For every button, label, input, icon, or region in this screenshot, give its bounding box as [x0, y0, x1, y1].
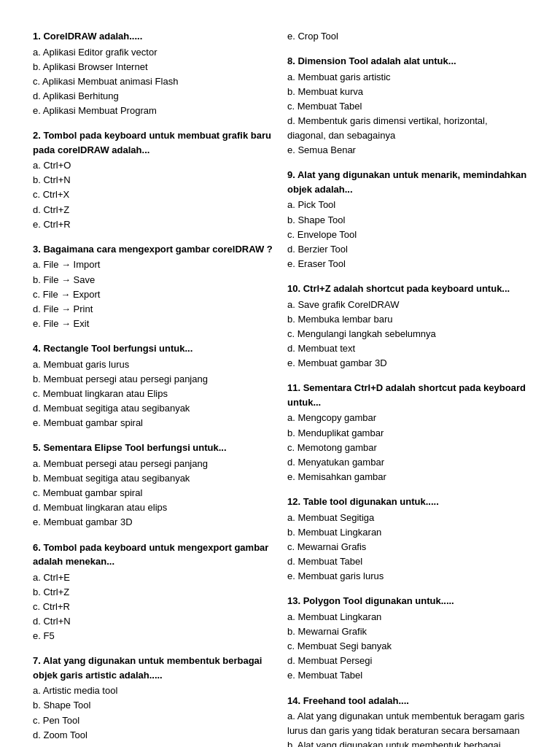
question-block-q9: 9. Alat yang digunakan untuk menarik, me… — [287, 168, 527, 271]
option-line-q14-0: a. Alat yang digunakan untuk membentuk b… — [287, 709, 527, 738]
question-text-q2: 2. Tombol pada keyboard untuk membuat gr… — [33, 128, 273, 157]
option-line-q4-3: d. Membuat segitiga atau segibanyak — [33, 401, 273, 416]
option-line-q9-3: d. Berzier Tool — [287, 242, 527, 257]
question-block-q5: 5. Sementara Elipse Tool berfungsi untuk… — [33, 441, 273, 530]
question-block-q7e: e. Crop Tool — [287, 29, 527, 44]
option-line-q4-1: b. Membuat persegi atau persegi panjang — [33, 372, 273, 387]
option-line-q3-4: e. File → Exit — [33, 317, 273, 331]
option-line-q12-2: c. Mewarnai Grafis — [287, 540, 527, 554]
question-text-q13: 13. Polygon Tool digunakan untuk..... — [287, 594, 527, 608]
option-line-q7-1: b. Shape Tool — [33, 698, 273, 713]
question-block-q4: 4. Rectangle Tool berfungsi untuk...a. M… — [33, 341, 273, 430]
option-line-q6-1: b. Ctrl+Z — [33, 585, 273, 600]
option-line-q3-3: d. File → Print — [33, 302, 273, 317]
option-line-q7e-0: e. Crop Tool — [287, 29, 527, 44]
question-text-q10: 10. Ctrl+Z adalah shortcut pada keyboard… — [287, 282, 527, 296]
option-line-q1-3: d. Aplikasi Berhitung — [33, 89, 273, 104]
question-block-q7: 7. Alat yang digunakan untuk membentuk b… — [33, 654, 273, 743]
option-line-q11-3: d. Menyatukan gambar — [287, 455, 527, 470]
option-line-q7-0: a. Artistic media tool — [33, 684, 273, 698]
option-line-q13-4: e. Membuat Tabel — [287, 668, 527, 683]
option-line-q12-4: e. Membuat garis lurus — [287, 569, 527, 584]
option-line-q4-4: e. Membuat gambar spiral — [33, 416, 273, 430]
question-text-q1: 1. CorelDRAW adalah..... — [33, 29, 273, 44]
option-line-q11-4: e. Memisahkan gambar — [287, 470, 527, 484]
question-text-q12: 12. Table tool digunakan untuk..... — [287, 495, 527, 509]
option-line-q4-0: a. Membuat garis lurus — [33, 357, 273, 372]
option-line-q2-0: a. Ctrl+O — [33, 158, 273, 173]
question-block-q8: 8. Dimension Tool adalah alat untuk...a.… — [287, 54, 527, 158]
option-line-q8-2: c. Membuat Tabel — [287, 99, 527, 114]
option-line-q13-0: a. Membuat Lingkaran — [287, 610, 527, 624]
option-line-q8-4: e. Semua Benar — [287, 143, 527, 158]
option-line-q5-2: c. Membuat gambar spiral — [33, 486, 273, 500]
option-line-q9-0: a. Pick Tool — [287, 198, 527, 212]
option-line-q11-1: b. Menduplikat gambar — [287, 426, 527, 441]
option-line-q9-2: c. Envelope Tool — [287, 228, 527, 242]
option-line-q2-3: d. Ctrl+Z — [33, 203, 273, 217]
option-line-q7-3: d. Zoom Tool — [33, 728, 273, 743]
option-line-q3-1: b. File → Save — [33, 273, 273, 287]
option-line-q12-0: a. Membuat Segitiga — [287, 511, 527, 525]
question-block-q12: 12. Table tool digunakan untuk.....a. Me… — [287, 495, 527, 584]
option-line-q10-2: c. Mengulangi langkah sebelumnya — [287, 327, 527, 341]
right-column: e. Crop Tool8. Dimension Tool adalah ala… — [287, 29, 527, 747]
question-block-q11: 11. Sementara Ctrl+D adalah shortcut pad… — [287, 381, 527, 484]
option-line-q12-1: b. Membuat Lingkaran — [287, 525, 527, 540]
option-line-q2-4: e. Ctrl+R — [33, 217, 273, 232]
option-line-q10-0: a. Save grafik CorelDRAW — [287, 298, 527, 312]
option-line-q11-0: a. Mengcopy gambar — [287, 411, 527, 425]
option-line-q12-3: d. Membuat Tabel — [287, 554, 527, 569]
question-text-q6: 6. Tombol pada keyboard untuk mengexport… — [33, 541, 273, 569]
option-line-q10-3: d. Membuat text — [287, 341, 527, 356]
option-line-q11-2: c. Memotong gambar — [287, 441, 527, 455]
option-line-q13-2: c. Membuat Segi banyak — [287, 639, 527, 654]
option-line-q2-2: c. Ctrl+X — [33, 187, 273, 202]
question-block-q1: 1. CorelDRAW adalah.....a. Aplikasi Edit… — [33, 29, 273, 118]
question-text-q9: 9. Alat yang digunakan untuk menarik, me… — [287, 168, 527, 196]
question-block-q13: 13. Polygon Tool digunakan untuk.....a. … — [287, 594, 527, 683]
option-line-q8-0: a. Membuat garis artistic — [287, 70, 527, 85]
option-line-q3-0: a. File → Import — [33, 258, 273, 272]
option-line-q5-1: b. Membuat segitiga atau segibanyak — [33, 471, 273, 486]
question-text-q14: 14. Freehand tool adalah.... — [287, 694, 527, 708]
question-block-q14: 14. Freehand tool adalah....a. Alat yang… — [287, 694, 527, 748]
option-line-q7-2: c. Pen Tool — [33, 713, 273, 728]
option-line-q13-1: b. Mewarnai Grafik — [287, 624, 527, 639]
option-line-q8-1: b. Membuat kurva — [287, 85, 527, 99]
option-line-q8-3: d. Membentuk garis dimensi vertikal, hor… — [287, 114, 527, 143]
option-line-q1-4: e. Aplikasi Membuat Program — [33, 104, 273, 118]
option-line-q6-2: c. Ctrl+R — [33, 600, 273, 614]
question-text-q3: 3. Bagaimana cara mengexport gambar core… — [33, 242, 273, 257]
option-line-q4-2: c. Membuat lingkaran atau Elips — [33, 387, 273, 401]
main-content: 1. CorelDRAW adalah.....a. Aplikasi Edit… — [33, 29, 527, 747]
option-line-q10-4: e. Membuat gambar 3D — [287, 356, 527, 371]
option-line-q1-1: b. Aplikasi Browser Internet — [33, 60, 273, 74]
option-line-q9-4: e. Eraser Tool — [287, 257, 527, 271]
option-line-q14-1: b. Alat yang digunakan untuk membentuk b… — [287, 738, 527, 747]
option-line-q5-0: a. Membuat persegi atau persegi panjang — [33, 457, 273, 471]
option-line-q5-4: e. Membuat gambar 3D — [33, 515, 273, 530]
option-line-q13-3: d. Membuat Persegi — [287, 654, 527, 668]
question-block-q6: 6. Tombol pada keyboard untuk mengexport… — [33, 541, 273, 644]
option-line-q6-3: d. Ctrl+N — [33, 614, 273, 629]
option-line-q2-1: b. Ctrl+N — [33, 173, 273, 187]
option-line-q9-1: b. Shape Tool — [287, 213, 527, 228]
option-line-q10-1: b. Membuka lembar baru — [287, 312, 527, 327]
question-block-q2: 2. Tombol pada keyboard untuk membuat gr… — [33, 128, 273, 232]
question-block-q10: 10. Ctrl+Z adalah shortcut pada keyboard… — [287, 282, 527, 371]
option-line-q6-4: e. F5 — [33, 629, 273, 643]
option-line-q1-0: a. Aplikasi Editor grafik vector — [33, 45, 273, 60]
question-text-q11: 11. Sementara Ctrl+D adalah shortcut pad… — [287, 381, 527, 409]
option-line-q5-3: d. Membuat lingkaran atau elips — [33, 500, 273, 515]
question-text-q5: 5. Sementara Elipse Tool berfungsi untuk… — [33, 441, 273, 455]
left-column: 1. CorelDRAW adalah.....a. Aplikasi Edit… — [33, 29, 273, 747]
option-line-q3-2: c. File → Export — [33, 287, 273, 302]
question-text-q4: 4. Rectangle Tool berfungsi untuk... — [33, 341, 273, 356]
question-block-q3: 3. Bagaimana cara mengexport gambar core… — [33, 242, 273, 331]
option-line-q6-0: a. Ctrl+E — [33, 570, 273, 585]
question-text-q8: 8. Dimension Tool adalah alat untuk... — [287, 54, 527, 69]
option-line-q1-2: c. Aplikasi Membuat animasi Flash — [33, 74, 273, 89]
question-text-q7: 7. Alat yang digunakan untuk membentuk b… — [33, 654, 273, 682]
